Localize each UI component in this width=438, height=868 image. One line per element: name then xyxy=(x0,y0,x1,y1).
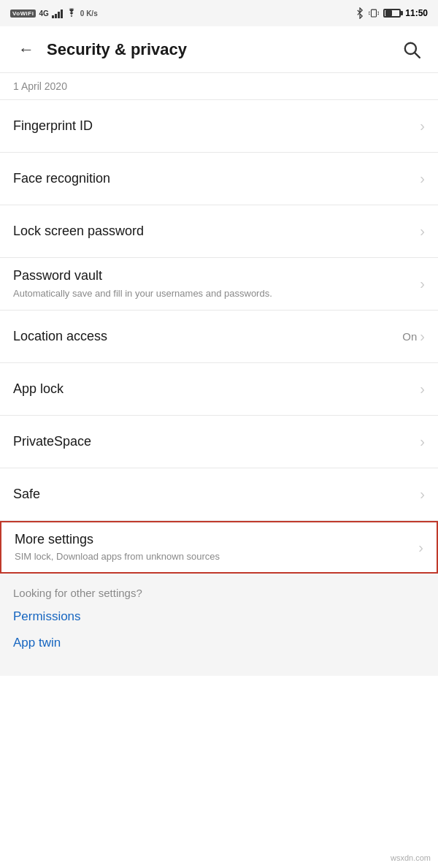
settings-item-password_vault[interactable]: Password vaultAutomatically save and fil… xyxy=(0,258,438,311)
item-title-more_settings: More settings xyxy=(15,531,418,548)
item-title-safe: Safe xyxy=(13,486,420,503)
search-icon xyxy=(402,40,421,59)
chevron-icon-password_vault: › xyxy=(420,275,425,292)
svg-line-4 xyxy=(369,14,369,15)
item-content-password_vault: Password vaultAutomatically save and fil… xyxy=(13,267,420,300)
settings-item-app_lock[interactable]: App lock› xyxy=(0,363,438,416)
back-button[interactable]: ← xyxy=(12,35,41,64)
item-subtitle-more_settings: SIM lock, Download apps from unknown sou… xyxy=(15,550,418,563)
item-content-location: Location access xyxy=(13,328,402,345)
item-title-lock_screen: Lock screen password xyxy=(13,223,420,240)
svg-line-3 xyxy=(369,12,369,12)
status-left-icons: VoWiFi 4G 0 K/s xyxy=(10,8,98,18)
item-content-app_lock: App lock xyxy=(13,381,420,397)
status-bar: VoWiFi 4G 0 K/s xyxy=(0,0,438,26)
settings-item-safe[interactable]: Safe› xyxy=(0,468,438,521)
vowifi-indicator: VoWiFi xyxy=(10,9,36,18)
clock-time: 11:50 xyxy=(405,8,428,18)
item-content-lock_screen: Lock screen password xyxy=(13,223,420,240)
wifi-icon xyxy=(66,8,77,18)
other-settings-section: Looking for other settings? Permissions … xyxy=(0,574,438,676)
settings-item-lock_screen[interactable]: Lock screen password› xyxy=(0,205,438,258)
svg-line-6 xyxy=(378,14,379,15)
settings-item-face[interactable]: Face recognition› xyxy=(0,153,438,205)
svg-line-5 xyxy=(378,12,379,12)
chevron-icon-safe: › xyxy=(420,486,425,503)
item-title-password_vault: Password vault xyxy=(13,267,420,284)
bluetooth-icon xyxy=(356,7,364,19)
search-button[interactable] xyxy=(397,35,426,64)
chevron-icon-private_space: › xyxy=(420,433,425,450)
item-title-face: Face recognition xyxy=(13,170,420,187)
item-content-safe: Safe xyxy=(13,486,420,503)
svg-line-8 xyxy=(415,53,420,58)
lte-indicator: 4G xyxy=(39,9,48,18)
battery-icon xyxy=(383,9,401,18)
item-title-location: Location access xyxy=(13,328,402,345)
item-title-fingerprint: Fingerprint ID xyxy=(13,118,420,134)
chevron-icon-app_lock: › xyxy=(420,381,425,397)
item-right-more_settings: › xyxy=(418,539,423,556)
item-status-location: On xyxy=(402,330,417,343)
item-right-app_lock: › xyxy=(420,381,425,397)
item-right-lock_screen: › xyxy=(420,223,425,240)
svg-rect-2 xyxy=(372,9,377,17)
item-content-fingerprint: Fingerprint ID xyxy=(13,118,420,134)
chevron-icon-more_settings: › xyxy=(418,539,423,556)
app-twin-link[interactable]: App twin xyxy=(13,636,425,650)
item-right-safe: › xyxy=(420,486,425,503)
signal-bars xyxy=(52,8,63,18)
settings-item-private_space[interactable]: PrivateSpace› xyxy=(0,416,438,468)
item-content-private_space: PrivateSpace xyxy=(13,433,420,450)
item-title-app_lock: App lock xyxy=(13,381,420,397)
status-right-icons: 11:50 xyxy=(356,7,428,19)
date-label: 1 April 2020 xyxy=(0,73,438,100)
chevron-icon-fingerprint: › xyxy=(420,118,425,134)
settings-item-location[interactable]: Location accessOn› xyxy=(0,311,438,363)
data-speed: 0 K/s xyxy=(80,9,98,18)
other-settings-label: Looking for other settings? xyxy=(13,587,425,599)
item-right-password_vault: › xyxy=(420,275,425,292)
item-right-face: › xyxy=(420,170,425,187)
item-right-private_space: › xyxy=(420,433,425,450)
item-subtitle-password_vault: Automatically save and fill in your user… xyxy=(13,287,420,300)
permissions-link[interactable]: Permissions xyxy=(13,609,425,624)
item-right-fingerprint: › xyxy=(420,118,425,134)
item-content-face: Face recognition xyxy=(13,170,420,187)
page-title: Security & privacy xyxy=(47,40,397,59)
item-title-private_space: PrivateSpace xyxy=(13,433,420,450)
chevron-icon-face: › xyxy=(420,170,425,187)
chevron-icon-location: › xyxy=(420,328,425,345)
header: ← Security & privacy xyxy=(0,26,438,73)
settings-item-fingerprint[interactable]: Fingerprint ID› xyxy=(0,100,438,153)
chevron-icon-lock_screen: › xyxy=(420,223,425,240)
item-right-location: On› xyxy=(402,328,425,345)
back-arrow-icon: ← xyxy=(18,40,34,59)
vibrate-icon xyxy=(369,7,379,19)
item-content-more_settings: More settingsSIM lock, Download apps fro… xyxy=(15,531,418,564)
watermark: wsxdn.com xyxy=(391,853,431,862)
settings-item-more_settings[interactable]: More settingsSIM lock, Download apps fro… xyxy=(0,521,438,574)
settings-list: Fingerprint ID›Face recognition›Lock scr… xyxy=(0,100,438,574)
